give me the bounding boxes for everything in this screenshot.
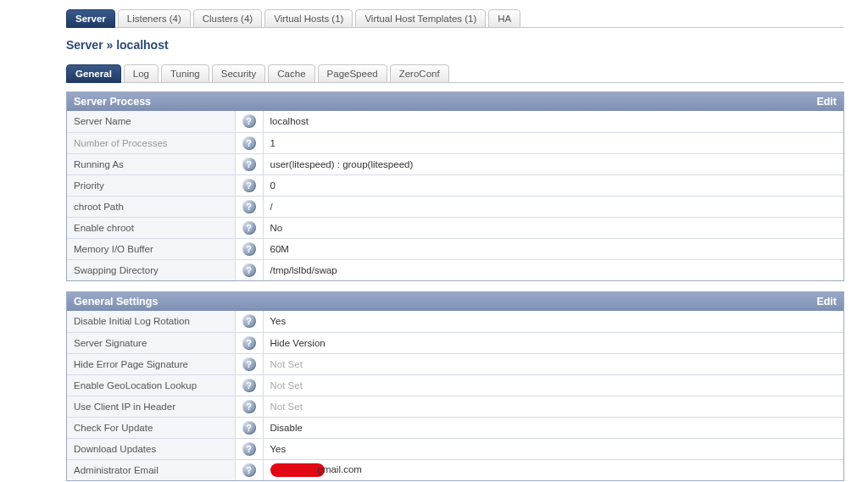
sub-tab-cache[interactable]: Cache (268, 64, 314, 83)
help-cell: ? (235, 217, 263, 238)
row-value-text: Not Set (270, 380, 303, 391)
row-label: chroot Path (67, 196, 235, 217)
help-icon[interactable]: ? (242, 114, 256, 128)
panel-general-settings: General SettingsEditDisable Initial Log … (66, 291, 844, 481)
table-row: Memory I/O Buffer?60M (67, 238, 843, 259)
row-value-text: / (270, 202, 273, 212)
row-label: Enable GeoLocation Lookup (67, 374, 235, 396)
table-row: Hide Error Page Signature?Not Set (67, 353, 843, 374)
table-row: Use Client IP in Header?Not Set (67, 396, 843, 417)
panel-header: General SettingsEdit (67, 292, 843, 311)
help-icon[interactable]: ? (242, 242, 256, 256)
row-value-text: Not Set (270, 402, 303, 412)
table-row: Enable chroot?No (67, 217, 843, 238)
sub-tab-general[interactable]: General (66, 64, 121, 83)
row-value-text: Hide Version (270, 338, 326, 348)
row-value-text: 0 (270, 180, 275, 191)
help-icon[interactable]: ? (242, 400, 256, 413)
row-value: Yes (263, 311, 843, 332)
row-label: Use Client IP in Header (67, 396, 235, 417)
row-value: Disable (263, 417, 843, 438)
row-label: Priority (67, 175, 235, 196)
table-row: Swapping Directory?/tmp/lslbd/swap (67, 259, 843, 280)
row-value: Hide Version (263, 332, 843, 353)
row-label: Enable chroot (67, 217, 235, 238)
table-row: Server Signature?Hide Version (67, 332, 843, 353)
row-value: user(litespeed) : group(litespeed) (263, 153, 843, 175)
sub-tabs: GeneralLogTuningSecurityCachePageSpeedZe… (66, 64, 844, 83)
help-icon[interactable]: ? (242, 221, 256, 235)
help-icon[interactable]: ? (242, 442, 256, 456)
edit-link[interactable]: Edit (816, 96, 837, 108)
table-row: chroot Path?/ (67, 196, 843, 217)
panel-title: General Settings (74, 296, 158, 307)
table-row: Disable Initial Log Rotation?Yes (67, 311, 843, 332)
row-value: localhost (263, 111, 843, 132)
row-value-text: localhost (270, 116, 309, 126)
row-value-text: 1 (270, 138, 275, 148)
help-icon[interactable]: ? (242, 263, 256, 277)
help-icon[interactable]: ? (242, 379, 256, 392)
row-value-text: Not Set (270, 359, 303, 369)
row-label: Administrator Email (67, 459, 235, 480)
help-icon[interactable]: ? (242, 357, 256, 371)
sub-tab-zeroconf[interactable]: ZeroConf (390, 64, 449, 83)
row-label: Hide Error Page Signature (67, 353, 235, 374)
redacted-block (270, 463, 325, 477)
help-icon[interactable]: ? (242, 136, 256, 150)
row-value: gmail.com (263, 459, 843, 480)
row-value: Yes (263, 438, 843, 459)
help-icon[interactable]: ? (242, 463, 256, 477)
row-value: 0 (263, 175, 843, 196)
row-value: /tmp/lslbd/swap (263, 259, 843, 280)
top-tabs: ServerListeners (4)Clusters (4)Virtual H… (66, 8, 844, 28)
row-value-text: 60M (270, 244, 289, 254)
table-row: Running As?user(litespeed) : group(lites… (67, 153, 843, 175)
row-value-text: /tmp/lslbd/swap (270, 265, 337, 275)
top-tab-listeners-4[interactable]: Listeners (4) (118, 9, 191, 28)
row-value: / (263, 196, 843, 217)
row-label: Swapping Directory (67, 259, 235, 280)
edit-link[interactable]: Edit (816, 296, 837, 307)
data-table: Server Name?localhostNumber of Processes… (67, 111, 843, 280)
row-label: Number of Processes (67, 132, 235, 153)
row-value-text: Disable (270, 423, 303, 433)
panel-server-process: Server ProcessEditServer Name?localhostN… (66, 91, 844, 281)
help-cell: ? (235, 259, 263, 280)
help-cell: ? (235, 311, 263, 332)
row-label: Running As (67, 153, 235, 175)
sub-tab-pagespeed[interactable]: PageSpeed (318, 64, 387, 83)
help-icon[interactable]: ? (242, 314, 256, 328)
row-label: Disable Initial Log Rotation (67, 311, 235, 332)
sub-tab-tuning[interactable]: Tuning (161, 64, 209, 83)
help-cell: ? (235, 417, 263, 438)
top-tab-clusters-4[interactable]: Clusters (4) (193, 9, 262, 28)
help-icon[interactable]: ? (242, 421, 256, 435)
row-value-text: Yes (270, 316, 287, 326)
sub-tab-security[interactable]: Security (212, 64, 266, 83)
table-row: Download Updates?Yes (67, 438, 843, 459)
top-tab-virtual-hosts-1[interactable]: Virtual Hosts (1) (264, 9, 353, 28)
top-tab-server[interactable]: Server (66, 9, 115, 28)
row-value: Not Set (263, 396, 843, 417)
top-tab-virtual-host-templates-1[interactable]: Virtual Host Templates (1) (355, 9, 486, 28)
top-tab-ha[interactable]: HA (488, 9, 520, 28)
help-cell: ? (235, 459, 263, 480)
help-icon[interactable]: ? (242, 336, 256, 350)
help-cell: ? (235, 396, 263, 417)
table-row: Check For Update?Disable (67, 417, 843, 438)
help-cell: ? (235, 353, 263, 374)
help-cell: ? (235, 196, 263, 217)
table-row: Priority?0 (67, 175, 843, 196)
help-icon[interactable]: ? (242, 158, 256, 171)
row-value-text: gmail.com (318, 464, 362, 474)
help-icon[interactable]: ? (242, 179, 256, 192)
help-icon[interactable]: ? (242, 200, 256, 213)
panel-header: Server ProcessEdit (67, 92, 843, 111)
row-label: Check For Update (67, 417, 235, 438)
row-value: Not Set (263, 353, 843, 374)
sub-tab-log[interactable]: Log (124, 64, 159, 83)
row-label: Download Updates (67, 438, 235, 459)
row-value-text: Yes (270, 444, 287, 454)
help-cell: ? (235, 175, 263, 196)
